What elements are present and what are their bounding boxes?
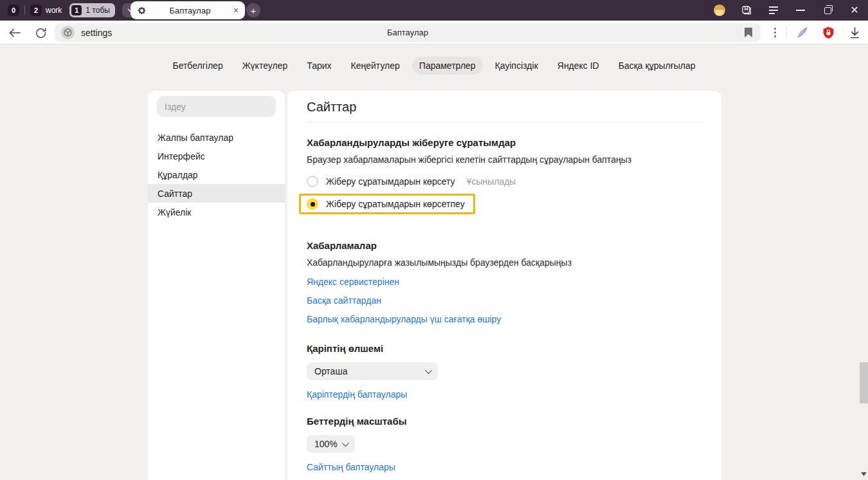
window-controls: ✕	[706, 0, 868, 21]
settings-search[interactable]	[157, 96, 276, 117]
browser-window: 0 2 work 1 1 тобы Баптаулар × +	[0, 0, 868, 480]
side-panel-button[interactable]	[733, 0, 760, 21]
toolbar-divider	[786, 26, 787, 39]
radio-unselected-icon[interactable]	[307, 176, 318, 187]
tab-downloads[interactable]: Жүктеулер	[235, 57, 295, 75]
close-window-button[interactable]: ✕	[841, 0, 868, 21]
tab-other-devices[interactable]: Басқа құрылғылар	[611, 57, 703, 75]
notifications-description: Хабарландыруларға жазылымыңызды браузерд…	[307, 257, 702, 268]
side-panel-icon	[741, 5, 752, 16]
gear-icon	[137, 6, 147, 15]
sidebar-item-sites[interactable]: Сайттар	[148, 184, 285, 203]
reload-icon	[35, 27, 46, 38]
back-button[interactable]	[4, 21, 26, 44]
sidebar-item-interface[interactable]: Интерфейс	[148, 147, 285, 165]
hamburger-icon	[769, 6, 778, 14]
extension-feather-button[interactable]	[791, 21, 813, 44]
workspace-work[interactable]: 2 work	[30, 5, 62, 16]
browser-tab-settings[interactable]: Баптаулар ×	[131, 1, 245, 19]
settings-page: Бетбелгілер Жүктеулер Тарих Кеңейтулер П…	[0, 45, 868, 480]
sidebar-item-tools[interactable]: Құралдар	[148, 165, 285, 184]
settings-content: Сайттар Хабарландыруларды жіберуге сұрат…	[287, 91, 721, 480]
profile-button[interactable]	[706, 0, 733, 21]
notification-requests-description: Браузер хабарламаларын жібергісі келетін…	[307, 154, 702, 165]
radio-hide-requests-label[interactable]: Жіберу сұратымдарын көрсетпеу	[326, 199, 465, 209]
restore-icon	[824, 7, 831, 14]
settings-nav-tabs: Бетбелгілер Жүктеулер Тарих Кеңейтулер П…	[0, 57, 868, 75]
radio-show-requests-label: Жіберу сұратымдарын көрсету	[326, 176, 455, 187]
chevron-down-icon	[342, 439, 349, 447]
radio-show-requests[interactable]: Жіберу сұратымдарын көрсету Ұсынылады	[307, 172, 702, 190]
link-mute-all-3h[interactable]: Барлық хабарландыруларды үш сағатқа өшір…	[307, 314, 501, 324]
adblock-shield-button[interactable]	[817, 21, 839, 44]
notifications-heading: Хабарламалар	[307, 240, 702, 251]
scrollbar-thumb[interactable]	[860, 362, 868, 403]
feather-icon	[795, 26, 809, 40]
workspace-active[interactable]: 1 1 тобы	[69, 3, 115, 17]
address-bar-menu-button[interactable]	[764, 21, 786, 44]
workspace-strip: 0 2 work 1 1 тобы	[0, 3, 139, 17]
page-zoom-value: 100%	[314, 439, 338, 449]
workspace-work-label: work	[46, 6, 62, 15]
address-bar[interactable]: settings Баптаулар	[55, 23, 761, 42]
workspace-zero[interactable]: 0	[8, 5, 19, 16]
tab-history[interactable]: Тарих	[300, 57, 338, 75]
notification-requests-heading: Хабарландыруларды жіберуге сұратымдар	[307, 137, 702, 148]
sidebar-item-system[interactable]: Жүйелік	[148, 203, 285, 221]
download-icon	[849, 27, 860, 39]
link-yandex-services[interactable]: Яндекс сервистерінен	[307, 277, 399, 287]
sidebar-item-general[interactable]: Жалпы баптаулар	[148, 128, 285, 147]
page-zoom-heading: Беттердің масштабы	[307, 416, 702, 427]
workspace-active-badge: 1	[71, 5, 82, 15]
tab-extensions[interactable]: Кеңейтулер	[344, 57, 407, 75]
site-favicon	[61, 26, 75, 39]
highlight-annotation-box: Жіберу сұратымдарын көрсетпеу	[299, 194, 475, 214]
browser-toolbar: settings Баптаулар	[0, 21, 868, 44]
workspace-work-badge: 2	[30, 5, 42, 16]
restore-button[interactable]	[814, 0, 841, 21]
font-size-select[interactable]: Орташа	[307, 362, 438, 380]
link-other-sites[interactable]: Басқа сайттардан	[307, 295, 381, 306]
minimize-button[interactable]	[787, 0, 814, 21]
workspace-active-label: 1 тобы	[86, 6, 110, 15]
tab-settings[interactable]: Параметрлер	[412, 57, 483, 75]
tab-yandex-id[interactable]: Яндекс ID	[550, 57, 606, 75]
window-top-bar: 0 2 work 1 1 тобы Баптаулар × +	[0, 0, 868, 21]
font-size-heading: Қаріптің өлшемі	[307, 343, 702, 354]
tab-title: Баптаулар	[147, 6, 233, 15]
back-arrow-icon	[9, 28, 21, 37]
font-size-value: Орташа	[314, 366, 347, 376]
search-input[interactable]	[157, 102, 276, 112]
link-font-settings[interactable]: Қаріптердің баптаулары	[307, 389, 407, 400]
tab-bookmarks[interactable]: Бетбелгілер	[165, 57, 230, 75]
radio-selected-icon[interactable]	[307, 198, 318, 210]
workspace-divider	[24, 6, 25, 15]
page-zoom-select[interactable]: 100%	[307, 435, 355, 453]
radio-show-requests-hint: Ұсынылады	[467, 176, 516, 187]
address-bar-page-title: Баптаулар	[55, 28, 761, 37]
browser-menu-button[interactable]	[760, 0, 787, 21]
tab-close-button[interactable]: ×	[233, 6, 239, 15]
link-site-settings[interactable]: Сайттың баптаулары	[307, 462, 395, 472]
page-title: Сайттар	[307, 91, 702, 123]
shield-lock-icon	[822, 26, 835, 40]
url-text: settings	[81, 28, 112, 38]
tab-security[interactable]: Қауіпсіздік	[488, 57, 545, 75]
sidebar-list: Жалпы баптаулар Интерфейс Құралдар Сайтт…	[148, 128, 285, 221]
bookmark-flag-icon	[744, 27, 753, 38]
reload-button[interactable]	[30, 21, 51, 44]
chevron-down-icon	[425, 367, 432, 374]
new-tab-button[interactable]: +	[246, 3, 260, 17]
minimize-icon	[796, 10, 805, 11]
close-icon: ✕	[850, 5, 858, 15]
vertical-dots-icon	[774, 28, 776, 37]
bookmark-button[interactable]	[744, 27, 753, 41]
settings-sidebar: Жалпы баптаулар Интерфейс Құралдар Сайтт…	[148, 91, 285, 480]
scroll-down-arrow[interactable]	[861, 467, 867, 479]
avatar	[713, 4, 726, 17]
downloads-button[interactable]	[844, 21, 865, 44]
